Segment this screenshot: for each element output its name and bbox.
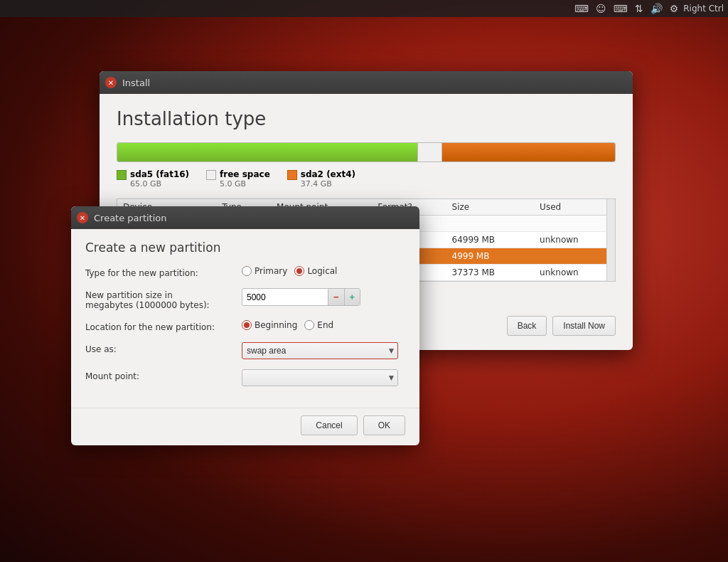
used-cell: unknown	[534, 232, 615, 248]
end-radio[interactable]	[304, 320, 314, 330]
type-label: Type for the new partition:	[85, 266, 242, 278]
beginning-radio[interactable]	[242, 320, 252, 330]
size-input-wrap: − +	[242, 288, 360, 306]
logical-label: Logical	[307, 266, 337, 276]
beginning-label: Beginning	[255, 320, 297, 330]
size-cell: 64999 MB	[446, 232, 535, 248]
free-space-color-swatch	[206, 170, 216, 180]
logical-option[interactable]: Logical	[294, 266, 337, 276]
keyboard2-icon[interactable]: ⌨	[611, 3, 630, 14]
mount-point-label: Mount point:	[85, 369, 242, 381]
table-scrollbar[interactable]	[606, 199, 615, 281]
dialog-close-button[interactable]: ✕	[77, 212, 88, 223]
dialog-buttons: Cancel OK	[71, 408, 419, 445]
ext4-partition-segment	[442, 143, 615, 161]
use-as-controls: swap area ext4 ext3	[242, 342, 405, 359]
used-cell: unknown	[534, 265, 615, 281]
legend-free-space: free space 5.0 GB	[206, 169, 270, 189]
col-size: Size	[446, 199, 535, 216]
primary-radio[interactable]	[242, 266, 252, 276]
mount-point-select[interactable]	[242, 369, 398, 386]
size-controls: − +	[242, 288, 405, 306]
primary-label: Primary	[255, 266, 287, 276]
end-label: End	[317, 320, 333, 330]
free-space-label: free space	[220, 169, 270, 179]
ext4-size: 37.4 GB	[301, 179, 355, 189]
right-ctrl-label: Right Ctrl	[683, 4, 724, 14]
logical-radio[interactable]	[294, 266, 304, 276]
network-icon[interactable]: ⇅	[633, 3, 646, 14]
legend-ext4: sda2 (ext4) 37.4 GB	[287, 169, 355, 189]
ok-button[interactable]: OK	[363, 415, 405, 435]
partition-type-row: Type for the new partition: Primary Logi…	[85, 266, 405, 278]
ext4-label: sda2 (ext4)	[301, 169, 355, 179]
install-now-button[interactable]: Install Now	[552, 316, 616, 336]
taskbar: ⌨ ☺ ⌨ ⇅ 🔊 ⚙ Right Ctrl	[0, 0, 728, 17]
primary-option[interactable]: Primary	[242, 266, 287, 276]
size-decrease-button[interactable]: −	[328, 289, 344, 305]
accessibility-icon[interactable]: ☺	[594, 3, 609, 14]
size-input[interactable]	[242, 290, 328, 305]
volume-icon[interactable]: 🔊	[648, 3, 665, 14]
dialog-titlebar: ✕ Create partition	[71, 206, 419, 229]
ext4-color-swatch	[287, 170, 297, 180]
window-titlebar: ✕ Install	[100, 71, 633, 94]
page-title: Installation type	[117, 108, 616, 129]
use-as-label: Use as:	[85, 342, 242, 354]
partition-bar	[117, 142, 616, 162]
beginning-option[interactable]: Beginning	[242, 320, 297, 330]
free-space-segment	[417, 143, 442, 161]
size-label: New partition size inmegabytes (1000000 …	[85, 288, 242, 310]
mount-select-wrapper	[242, 369, 398, 386]
location-label: Location for the new partition:	[85, 320, 242, 332]
location-controls: Beginning End	[242, 320, 405, 330]
settings-icon[interactable]: ⚙	[668, 3, 681, 14]
dialog-heading: Create a new partition	[85, 240, 405, 255]
partition-size-row: New partition size inmegabytes (1000000 …	[85, 288, 405, 310]
fat16-size: 65.0 GB	[130, 179, 189, 189]
end-option[interactable]: End	[304, 320, 333, 330]
type-controls: Primary Logical	[242, 266, 405, 276]
create-partition-dialog: ✕ Create partition Create a new partitio…	[71, 206, 419, 445]
size-cell: 4999 MB	[446, 248, 535, 265]
window-title: Install	[122, 78, 150, 88]
size-increase-button[interactable]: +	[344, 289, 360, 305]
used-cell	[534, 248, 615, 265]
fat16-color-swatch	[117, 170, 127, 180]
keyboard-icon[interactable]: ⌨	[572, 3, 591, 14]
dialog-title: Create partition	[94, 213, 167, 223]
partition-legend: sda5 (fat16) 65.0 GB free space 5.0 GB s…	[117, 169, 616, 189]
use-as-select-wrapper: swap area ext4 ext3	[242, 342, 398, 359]
size-cell: 37373 MB	[446, 265, 535, 281]
fat16-partition-segment	[117, 143, 417, 161]
window-close-button[interactable]: ✕	[105, 77, 117, 88]
legend-fat16: sda5 (fat16) 65.0 GB	[117, 169, 189, 189]
partition-location-row: Location for the new partition: Beginnin…	[85, 320, 405, 332]
back-button[interactable]: Back	[507, 316, 547, 336]
cancel-button[interactable]: Cancel	[301, 415, 357, 435]
use-as-row: Use as: swap area ext4 ext3	[85, 342, 405, 359]
mount-point-row: Mount point:	[85, 369, 405, 386]
col-used: Used	[534, 199, 615, 216]
use-as-select[interactable]: swap area ext4 ext3	[242, 342, 398, 359]
fat16-label: sda5 (fat16)	[130, 169, 189, 179]
free-space-size: 5.0 GB	[220, 179, 270, 189]
mount-point-controls	[242, 369, 405, 386]
